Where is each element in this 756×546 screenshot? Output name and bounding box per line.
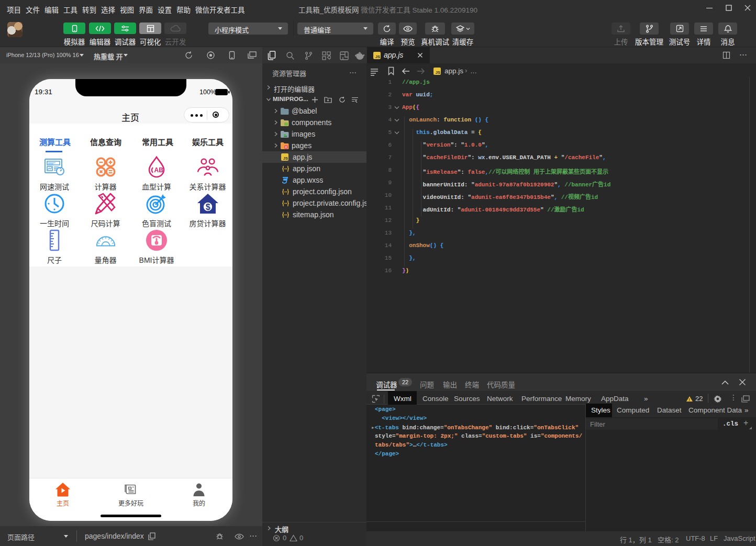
svg-text:$: $ [205, 203, 210, 211]
svg-text:!: ! [688, 397, 690, 402]
svg-text:AB: AB [154, 166, 164, 174]
